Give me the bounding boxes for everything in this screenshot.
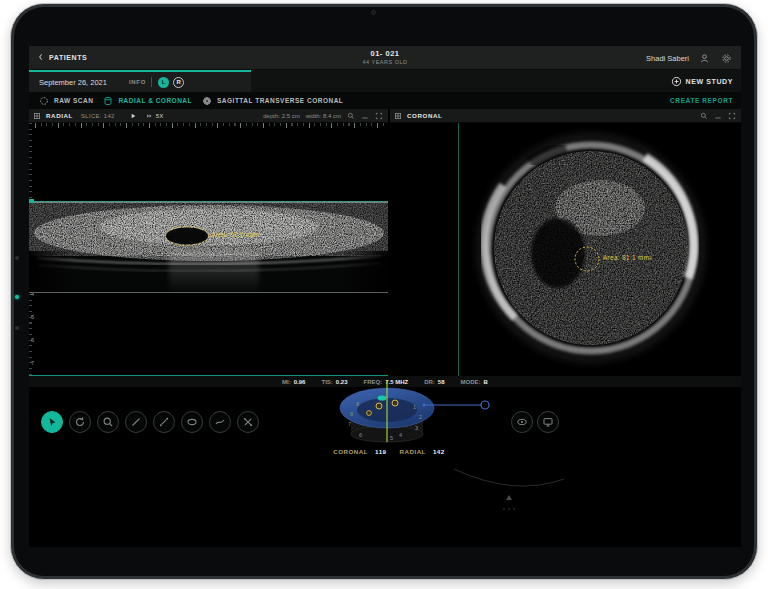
clock-number: 2 — [419, 414, 422, 420]
tab-sagittal-transverse-coronal[interactable]: SAGITTAL TRANSVERSE CORONAL — [202, 96, 343, 106]
rotation-handle[interactable] — [481, 401, 489, 409]
yellow-marker-dot — [376, 403, 382, 409]
view-tab-row: RAW SCAN RADIAL & CORONAL SAGITTAL TRANS… — [29, 92, 741, 109]
ruler-label: 5 — [31, 314, 34, 320]
panel-title: RADIAL — [46, 112, 73, 119]
patient-summary: 01- 021 44 YEARS OLD — [29, 49, 741, 65]
info-label: INFO — [129, 79, 146, 85]
tab-radial-coronal[interactable]: RADIAL & CORONAL — [103, 96, 192, 106]
width-label: width: 8.4 cm — [306, 113, 341, 119]
fast-forward-button[interactable] — [145, 112, 154, 120]
rotate-tool-button[interactable] — [69, 411, 91, 433]
minus-icon — [361, 112, 369, 120]
horizontal-ruler-major — [35, 123, 388, 128]
pointer-tool-button[interactable] — [41, 411, 63, 433]
slice-label: SLICE: 142 — [81, 113, 115, 119]
move-tool-button[interactable] — [237, 411, 259, 433]
left-eye-badge[interactable]: L — [158, 77, 169, 88]
plus-circle-icon — [671, 76, 682, 87]
coronal-image-viewport[interactable]: 12345678910111213 — [390, 123, 741, 376]
coronal-ultrasound-image — [390, 123, 741, 376]
create-report-button[interactable]: CREATE REPORT — [670, 97, 733, 104]
radial-image-viewport[interactable]: 1234567 — [29, 123, 388, 376]
expand-button[interactable] — [728, 112, 736, 120]
clock-number: 4 — [399, 432, 402, 438]
clock-number: 7 — [348, 421, 351, 427]
ellipse-tool-button[interactable] — [181, 411, 203, 433]
mi-label: MI: — [282, 379, 291, 385]
panel-title: CORONAL — [407, 112, 442, 119]
settings-button[interactable] — [719, 51, 733, 65]
tab-label: SAGITTAL TRANSVERSE CORONAL — [217, 97, 343, 104]
minimize-button[interactable] — [714, 112, 722, 120]
display-settings-button[interactable] — [537, 411, 559, 433]
line-measure-tool-button[interactable] — [125, 411, 147, 433]
radial-reference-line[interactable] — [458, 123, 459, 376]
coronal-label: CORONAL — [333, 448, 368, 455]
clock-number: 9 — [356, 401, 359, 407]
layout-grid-icon[interactable] — [394, 112, 402, 120]
side-indicator-light — [15, 295, 19, 299]
control-area: 123456789 CORONAL 119 RADIAL 142 — [29, 387, 741, 547]
expand-button[interactable] — [375, 112, 383, 120]
display-icon — [542, 416, 554, 428]
study-date-tab[interactable]: September 26, 2021 INFO L R — [29, 70, 251, 92]
study-date: September 26, 2021 — [39, 78, 107, 87]
radial-value: 142 — [433, 448, 445, 455]
clock-number: 3 — [415, 425, 418, 431]
cylinder-icon — [103, 96, 113, 106]
teal-marker-dot — [378, 395, 387, 400]
band-bottom-line — [29, 292, 388, 293]
coronal-reference-line[interactable] — [29, 201, 388, 202]
expand-icon — [375, 112, 383, 120]
patient-id: 01- 021 — [29, 49, 741, 58]
caliper-tool-button[interactable] — [153, 411, 175, 433]
gear-icon — [721, 53, 732, 64]
right-eye-badge[interactable]: R — [173, 77, 184, 88]
study-bar: September 26, 2021 INFO L R NEW STUDY — [29, 70, 741, 92]
top-bar: PATIENTS 01- 021 44 YEARS OLD Shadi Sabe… — [29, 46, 741, 70]
zoom-button[interactable] — [700, 112, 708, 120]
orientation-readouts: CORONAL 119 RADIAL 142 — [299, 448, 479, 455]
ruler-label: 6 — [31, 337, 34, 343]
side-button — [15, 326, 19, 330]
sphere-icon — [202, 96, 212, 106]
magnifier-icon — [102, 416, 114, 428]
radial-panel-header: RADIAL SLICE: 142 5X depth: 2.5 cm width… — [29, 109, 388, 123]
reference-tick — [29, 199, 34, 203]
magnifier-icon — [700, 112, 708, 120]
move-icon — [242, 416, 254, 428]
dashed-circle-icon — [39, 96, 49, 106]
orientation-widget[interactable] — [309, 376, 509, 448]
pointer-icon — [46, 416, 58, 428]
line-icon — [130, 416, 142, 428]
tab-raw-scan[interactable]: RAW SCAN — [39, 96, 93, 106]
visibility-toggle-button[interactable] — [511, 411, 533, 433]
app-screen: PATIENTS 01- 021 44 YEARS OLD Shadi Sabe… — [29, 46, 741, 547]
person-icon — [699, 53, 710, 64]
probe-position-ghost — [429, 457, 589, 517]
profile-button[interactable] — [697, 51, 711, 65]
coronal-panel-header: CORONAL — [390, 109, 741, 123]
expand-icon — [728, 112, 736, 120]
caliper-icon — [158, 416, 170, 428]
clock-number: 6 — [359, 432, 362, 438]
play-button[interactable] — [129, 112, 137, 120]
side-button — [15, 256, 19, 260]
new-study-button[interactable]: NEW STUDY — [671, 70, 733, 92]
minimize-button[interactable] — [361, 112, 369, 120]
mi-value: 0.96 — [294, 379, 306, 385]
tab-label: RAW SCAN — [54, 97, 93, 104]
freehand-tool-button[interactable] — [209, 411, 231, 433]
zoom-tool-button[interactable] — [97, 411, 119, 433]
camera-icon — [371, 10, 376, 15]
zoom-button[interactable] — [347, 112, 355, 120]
ruler-label: 7 — [31, 360, 34, 366]
tablet-frame: PATIENTS 01- 021 44 YEARS OLD Shadi Sabe… — [10, 3, 758, 580]
layout-grid-icon[interactable] — [33, 112, 41, 120]
radial-ultrasound-image — [29, 201, 388, 293]
fast-forward-icon — [145, 112, 154, 120]
freehand-icon — [214, 416, 226, 428]
new-study-label: NEW STUDY — [686, 78, 733, 85]
clock-number: 1 — [413, 404, 416, 410]
